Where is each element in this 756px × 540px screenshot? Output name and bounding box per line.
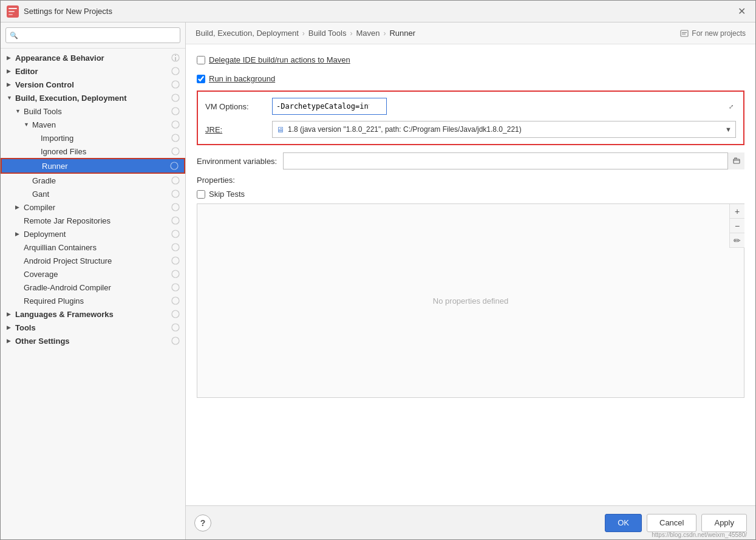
sidebar-item-remote-jar[interactable]: Remote Jar Repositories (1, 214, 185, 227)
vm-options-row: VM Options: ⤢ (205, 98, 736, 115)
search-input[interactable] (5, 27, 180, 43)
settings-icon (171, 216, 180, 225)
env-browse-button[interactable] (727, 152, 744, 169)
svg-rect-5 (175, 55, 176, 56)
new-projects-icon (680, 29, 689, 38)
jre-select-inner: 🖥 1.8 (java version "1.8.0_221", path: C… (276, 125, 522, 134)
sidebar-item-tools[interactable]: ▶ Tools (1, 321, 185, 334)
right-panel: Build, Execution, Deployment › Build Too… (186, 22, 755, 539)
settings-icon (171, 53, 180, 63)
jre-select[interactable]: 🖥 1.8 (java version "1.8.0_221", path: C… (272, 121, 736, 138)
jre-dropdown-arrow: ▼ (725, 126, 732, 133)
arrow-icon: ▼ (15, 108, 24, 114)
breadcrumb-item-2: Maven (356, 29, 380, 38)
run-bg-checkbox[interactable] (197, 75, 205, 83)
settings-icon (171, 229, 180, 239)
delegate-row: Delegate IDE build/run actions to Maven (197, 53, 744, 67)
add-property-button[interactable]: + (730, 204, 744, 219)
sidebar-item-required-plugins[interactable]: Required Plugins (1, 294, 185, 307)
jre-row: JRE: 🖥 1.8 (java version "1.8.0_221", pa… (205, 121, 736, 138)
settings-icon (171, 269, 180, 279)
settings-icon (171, 256, 180, 265)
skip-tests-label[interactable]: Skip Tests (209, 190, 245, 199)
settings-icon (171, 176, 180, 185)
svg-point-23 (172, 284, 179, 291)
vm-options-label: VM Options: (205, 102, 272, 111)
settings-icon (171, 202, 180, 212)
settings-window: Settings for New Projects ✕ 🔍 ▶ Appearan… (0, 0, 756, 540)
arrow-icon: ▶ (7, 324, 15, 330)
apply-button[interactable]: Apply (701, 514, 747, 532)
props-toolbar: + − ✏ (729, 204, 744, 248)
svg-point-10 (172, 108, 179, 115)
sidebar-item-ignored-files[interactable]: Ignored Files (1, 145, 185, 158)
cancel-button[interactable]: Cancel (647, 514, 696, 532)
arrow-icon: ▶ (7, 311, 15, 317)
sidebar-item-languages[interactable]: ▶ Languages & Frameworks (1, 307, 185, 321)
skip-tests-checkbox[interactable] (197, 190, 205, 199)
settings-icon (171, 336, 180, 346)
arrow-icon: ▶ (7, 55, 15, 61)
properties-section: Properties: Skip Tests + − ✏ No pr (197, 176, 744, 398)
sidebar-item-editor[interactable]: ▶ Editor (1, 64, 185, 78)
sidebar-item-coverage[interactable]: Coverage (1, 267, 185, 281)
sidebar-item-gradle-android[interactable]: Gradle-Android Compiler (1, 281, 185, 294)
main-content: 🔍 ▶ Appearance & Behavior ▶ Editor (1, 22, 755, 539)
breadcrumb-bar: Build, Execution, Deployment › Build Too… (186, 22, 755, 44)
svg-point-17 (172, 203, 179, 211)
svg-point-9 (172, 94, 179, 101)
env-input-wrapper (283, 152, 744, 169)
arrow-icon: ▶ (15, 204, 24, 210)
sidebar-item-gradle[interactable]: Gradle (1, 174, 185, 187)
breadcrumb-item-3: Runner (389, 29, 415, 38)
sidebar-item-gant[interactable]: Gant (1, 187, 185, 200)
svg-point-15 (172, 177, 179, 184)
env-label: Environment variables: (197, 157, 283, 166)
sidebar-item-importing[interactable]: Importing (1, 131, 185, 145)
svg-point-27 (172, 337, 179, 344)
vm-expand-button[interactable]: ⤢ (729, 103, 734, 110)
sidebar-item-deployment[interactable]: ▶ Deployment (1, 227, 185, 241)
close-button[interactable]: ✕ (734, 4, 749, 18)
arrow-icon: ▼ (7, 95, 15, 101)
delegate-label[interactable]: Delegate IDE build/run actions to Maven (209, 55, 350, 64)
no-properties-text: No properties defined (197, 204, 744, 397)
settings-icon (171, 80, 180, 89)
browse-icon (733, 157, 740, 165)
title-bar: Settings for New Projects ✕ (1, 1, 755, 22)
sidebar-item-version-control[interactable]: ▶ Version Control (1, 78, 185, 91)
ok-button[interactable]: OK (605, 514, 642, 532)
svg-rect-1 (9, 8, 17, 9)
search-box: 🔍 (1, 22, 185, 49)
env-input[interactable] (283, 152, 744, 169)
search-icon: 🔍 (10, 32, 18, 39)
sidebar-item-build-tools[interactable]: ▼ Build Tools (1, 104, 185, 118)
edit-property-button[interactable]: ✏ (730, 233, 744, 248)
vm-options-input[interactable] (272, 98, 387, 115)
sidebar: 🔍 ▶ Appearance & Behavior ▶ Editor (1, 22, 186, 539)
sidebar-item-android-struct[interactable]: Android Project Structure (1, 254, 185, 267)
svg-rect-30 (682, 33, 686, 34)
sidebar-item-runner[interactable]: Runner (1, 158, 185, 174)
remove-property-button[interactable]: − (730, 219, 744, 233)
svg-point-20 (172, 244, 179, 251)
settings-icon (171, 242, 180, 252)
breadcrumb-sep-0: › (302, 29, 305, 38)
settings-icon (169, 161, 179, 171)
sidebar-item-appearance[interactable]: ▶ Appearance & Behavior (1, 51, 185, 64)
sidebar-item-maven[interactable]: ▼ Maven (1, 118, 185, 131)
settings-icon (171, 120, 180, 129)
run-bg-label[interactable]: Run in background (209, 74, 275, 83)
sidebar-item-arquillian[interactable]: Arquillian Containers (1, 241, 185, 254)
help-button[interactable]: ? (194, 514, 211, 531)
vm-input-wrapper: ⤢ (272, 98, 736, 115)
svg-rect-6 (175, 57, 176, 61)
arrow-icon: ▶ (7, 81, 15, 87)
sidebar-item-build-exec[interactable]: ▼ Build, Execution, Deployment (1, 91, 185, 104)
sidebar-item-other-settings[interactable]: ▶ Other Settings (1, 334, 185, 347)
app-icon (7, 5, 19, 18)
search-wrapper: 🔍 (5, 27, 180, 43)
sidebar-item-compiler[interactable]: ▶ Compiler (1, 200, 185, 214)
svg-point-26 (172, 324, 179, 331)
delegate-checkbox[interactable] (197, 56, 205, 64)
